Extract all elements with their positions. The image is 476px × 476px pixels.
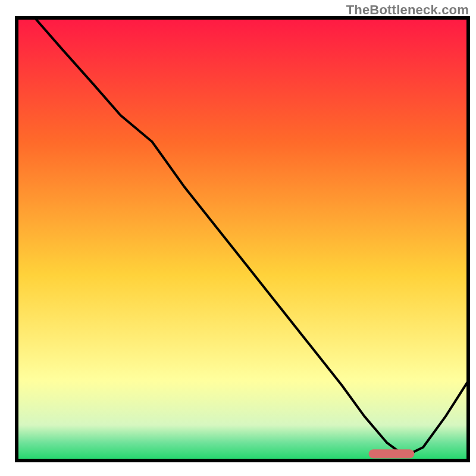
- watermark-text: TheBottleneck.com: [346, 2, 469, 18]
- plot-area: [17, 18, 468, 461]
- bottleneck-chart: [0, 0, 476, 476]
- chart-container: { "watermark": "TheBottleneck.com", "col…: [0, 0, 476, 476]
- optimal-range-marker: [369, 450, 414, 458]
- gradient-background: [17, 18, 468, 461]
